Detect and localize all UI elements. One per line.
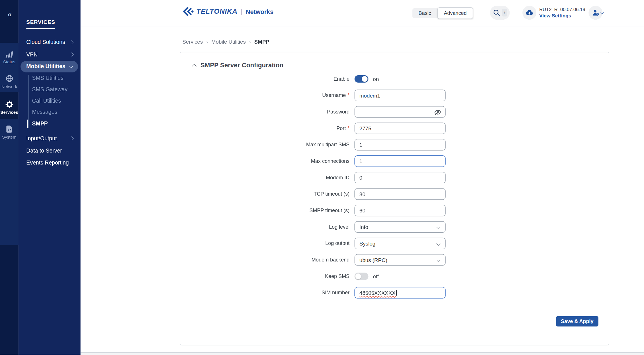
rail-item-network[interactable]: Network bbox=[0, 74, 19, 89]
breadcrumb-separator: › bbox=[249, 38, 251, 45]
field-label: Enable bbox=[180, 76, 349, 82]
collapse-sidebar-button[interactable]: « bbox=[0, 11, 19, 19]
gear-icon bbox=[5, 100, 13, 109]
required-marker: * bbox=[347, 92, 349, 98]
field-row-log-output: Log output Syslog bbox=[180, 238, 609, 249]
chevron-down-icon bbox=[436, 258, 440, 262]
sidebar-item-smpp[interactable]: SMPP bbox=[32, 120, 78, 128]
brand-name: TELTONIKA bbox=[196, 7, 237, 16]
field-label: Log level bbox=[180, 224, 349, 230]
enable-toggle[interactable] bbox=[354, 75, 368, 83]
rail-item-status[interactable]: Status bbox=[0, 50, 19, 64]
field-row-max-multipart-sms: Max multipart SMS 1 bbox=[180, 139, 609, 150]
field-label: Max connections bbox=[180, 158, 349, 164]
field-row-enable: Enable on bbox=[180, 73, 609, 85]
toggle-state-label: on bbox=[373, 76, 379, 82]
sidebar-item-sms-utilities[interactable]: SMS Utilities bbox=[32, 74, 78, 82]
globe-icon bbox=[5, 74, 13, 83]
required-marker: * bbox=[347, 125, 349, 131]
view-settings-link[interactable]: View Settings bbox=[539, 13, 585, 19]
sidebar-item-messages[interactable]: Messages bbox=[32, 108, 78, 116]
eye-off-icon[interactable] bbox=[434, 109, 441, 116]
chevron-down-icon bbox=[69, 64, 73, 68]
top-header: TELTONIKA | Networks Basic Advanced / bbox=[81, 0, 644, 27]
breadcrumb-current: SMPP bbox=[254, 38, 269, 45]
device-firmware-label: RUT2_R_00.07.06.19 bbox=[539, 7, 585, 13]
max-multipart-sms-input[interactable]: 1 bbox=[354, 139, 445, 150]
section-collapse-header[interactable]: SMPP Server Configuration bbox=[193, 62, 283, 69]
sidebar-item-input-output[interactable]: Input/Output bbox=[26, 135, 76, 143]
breadcrumb-mobile-utilities[interactable]: Mobile Utilities bbox=[211, 38, 246, 45]
sidebar-item-sms-gateway[interactable]: SMS Gateway bbox=[32, 86, 78, 94]
field-label: Password bbox=[180, 109, 349, 115]
field-label: SMPP timeout (s) bbox=[180, 208, 349, 213]
smpp-config-card: SMPP Server Configuration Enable on User… bbox=[180, 52, 609, 346]
search-button[interactable]: / bbox=[490, 6, 510, 20]
smpp-timeout-input[interactable]: 60 bbox=[354, 205, 445, 216]
password-input[interactable] bbox=[354, 106, 445, 117]
rail-item-system[interactable]: System bbox=[0, 125, 19, 139]
chevron-up-icon bbox=[192, 64, 197, 68]
sidebar-item-data-to-server[interactable]: Data to Server bbox=[26, 147, 76, 155]
modem-backend-select[interactable]: ubus (RPC) bbox=[354, 254, 445, 265]
field-label: Max multipart SMS bbox=[180, 142, 349, 147]
brand-product: Networks bbox=[246, 8, 273, 15]
tab-basic[interactable]: Basic bbox=[412, 8, 437, 18]
sidebar-item-vpn[interactable]: VPN bbox=[26, 50, 76, 59]
sim-number-input[interactable]: 48505XXXXXX bbox=[354, 287, 445, 298]
sidebar-item-call-utilities[interactable]: Call Utilities bbox=[32, 97, 78, 105]
field-row-log-level: Log level Info bbox=[180, 221, 609, 233]
field-row-port: Port* 2775 bbox=[180, 123, 609, 134]
field-label: Keep SMS bbox=[180, 273, 349, 279]
field-label: TCP timeout (s) bbox=[180, 191, 349, 197]
tab-advanced[interactable]: Advanced bbox=[437, 7, 473, 19]
field-label: SIM number bbox=[180, 290, 349, 296]
brand-separator: | bbox=[241, 8, 242, 15]
sidebar-item-mobile-utilities[interactable]: Mobile Utilities bbox=[21, 61, 78, 72]
save-apply-button[interactable]: Save & Apply bbox=[556, 316, 598, 326]
field-label: Modem backend bbox=[180, 257, 349, 263]
chevron-down-icon bbox=[436, 242, 440, 246]
username-input[interactable]: modem1 bbox=[354, 90, 445, 101]
max-connections-input[interactable]: 1 bbox=[354, 155, 445, 167]
modem-id-input[interactable]: 0 bbox=[354, 172, 445, 183]
chevron-right-icon bbox=[69, 136, 73, 140]
chevron-right-icon bbox=[69, 52, 73, 56]
rail-item-label: Status bbox=[0, 59, 19, 64]
breadcrumb-services[interactable]: Services bbox=[182, 38, 203, 45]
sidebar-item-events-reporting[interactable]: Events Reporting bbox=[26, 159, 76, 167]
chevron-down-icon bbox=[436, 225, 440, 229]
mode-switcher: Basic Advanced bbox=[412, 8, 473, 18]
port-input[interactable]: 2775 bbox=[354, 123, 445, 134]
cloud-upload-icon bbox=[525, 9, 533, 17]
log-level-select[interactable]: Info bbox=[354, 221, 445, 233]
breadcrumb-separator: › bbox=[206, 38, 208, 45]
field-row-max-connections: Max connections 1 bbox=[180, 155, 609, 167]
field-row-password: Password bbox=[180, 106, 609, 117]
field-label: Username* bbox=[180, 92, 349, 98]
teltonika-logomark-icon bbox=[182, 7, 194, 16]
panel-title: SERVICES bbox=[26, 19, 55, 29]
rail-item-label: Network bbox=[0, 84, 19, 89]
cloud-sync-button[interactable] bbox=[522, 6, 536, 20]
services-nav-panel: SERVICES Cloud Solutions VPN Mobile Util… bbox=[19, 0, 81, 355]
signal-bars-icon bbox=[4, 50, 14, 58]
app-root: « Status Network bbox=[0, 0, 644, 355]
rail-item-services[interactable]: Services bbox=[0, 100, 19, 115]
field-row-username: Username* modem1 bbox=[180, 90, 609, 101]
submenu-guide-line bbox=[28, 75, 29, 128]
chevron-right-icon bbox=[69, 40, 73, 44]
sim-card-icon bbox=[5, 125, 13, 133]
keep-sms-toggle[interactable] bbox=[354, 273, 368, 280]
sidebar-item-cloud-solutions[interactable]: Cloud Solutions bbox=[26, 38, 76, 46]
field-label: Modem ID bbox=[180, 175, 349, 180]
toggle-state-label: off bbox=[373, 273, 379, 279]
field-label: Port* bbox=[180, 125, 349, 131]
search-shortcut-badge: / bbox=[502, 9, 507, 17]
section-title: SMPP Server Configuration bbox=[201, 62, 283, 69]
toggle-knob bbox=[362, 76, 367, 82]
tcp-timeout-input[interactable]: 30 bbox=[354, 188, 445, 200]
log-output-select[interactable]: Syslog bbox=[354, 238, 445, 249]
breadcrumb: Services › Mobile Utilities › SMPP bbox=[182, 38, 269, 45]
device-info: RUT2_R_00.07.06.19 View Settings bbox=[539, 7, 585, 19]
